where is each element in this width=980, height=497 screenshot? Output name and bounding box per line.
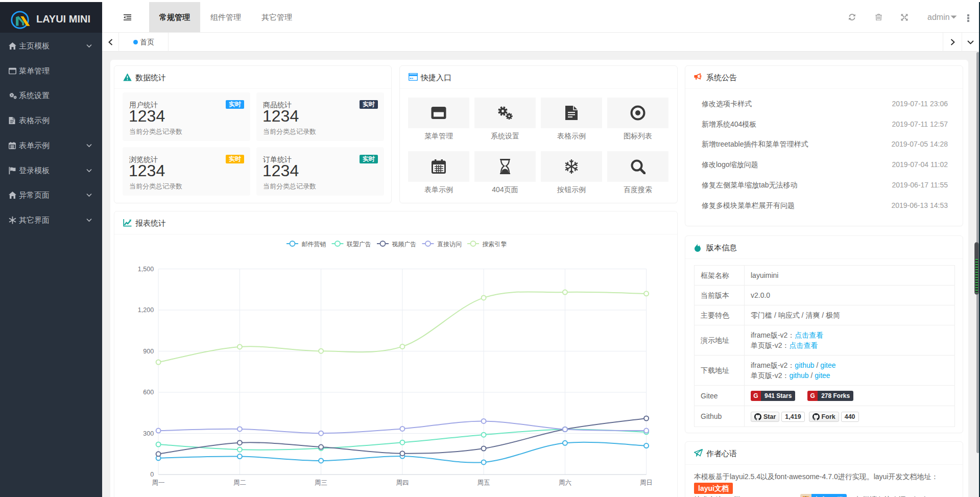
svg-text:300: 300 (143, 430, 154, 437)
svg-text:周六: 周六 (559, 479, 571, 486)
svg-text:600: 600 (143, 389, 154, 396)
svg-text:周日: 周日 (640, 479, 653, 486)
svg-text:邮件营销: 邮件营销 (302, 241, 326, 248)
svg-text:视频广告: 视频广告 (392, 241, 417, 248)
svg-text:直接访问: 直接访问 (437, 241, 462, 248)
svg-text:周一: 周一 (152, 479, 165, 486)
svg-text:周二: 周二 (233, 479, 246, 486)
svg-text:周五: 周五 (477, 479, 490, 486)
svg-text:周四: 周四 (396, 479, 409, 486)
svg-text:1,500: 1,500 (138, 266, 154, 273)
svg-text:0: 0 (150, 471, 154, 478)
svg-text:1,200: 1,200 (138, 306, 154, 314)
svg-text:联盟广告: 联盟广告 (346, 241, 371, 248)
svg-text:搜索引擎: 搜索引擎 (483, 241, 507, 248)
svg-text:周三: 周三 (315, 479, 327, 486)
svg-text:900: 900 (143, 348, 154, 355)
